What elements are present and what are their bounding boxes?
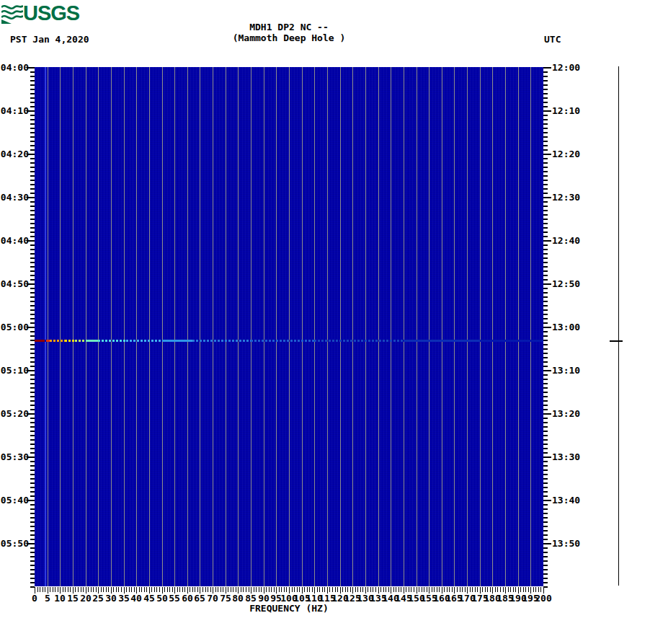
time-tick [543, 370, 551, 371]
frequency-tick [399, 587, 399, 592]
time-tick [543, 288, 548, 289]
frequency-tick [146, 587, 147, 592]
time-tick [30, 266, 35, 268]
frequency-tick [525, 587, 526, 592]
time-tick [543, 110, 551, 112]
frequency-tick [205, 587, 206, 592]
frequency-tick [462, 587, 463, 592]
gridline [111, 67, 112, 586]
time-tick [543, 132, 548, 133]
time-tick [30, 435, 35, 436]
time-tick [543, 418, 548, 419]
frequency-tick [246, 587, 246, 592]
time-tick [543, 539, 548, 540]
time-tick [30, 452, 35, 454]
frequency-tick [523, 587, 524, 592]
time-tick [543, 236, 548, 237]
frequency-tick [520, 587, 521, 592]
time-tick [543, 556, 548, 557]
gridline [365, 67, 366, 586]
time-tick [30, 565, 35, 566]
time-tick [543, 249, 548, 250]
time-tick [30, 249, 35, 250]
time-tick [543, 162, 548, 164]
left-time-label: 05:10 [0, 365, 29, 376]
frequency-tick [452, 587, 453, 592]
frequency-tick [231, 587, 231, 592]
time-tick [543, 552, 548, 553]
time-tick [30, 253, 35, 255]
frequency-tick [362, 587, 363, 592]
time-tick [543, 210, 548, 211]
event-segment [251, 340, 314, 342]
frequency-tick [465, 587, 466, 592]
time-tick [543, 543, 551, 544]
time-tick [543, 374, 548, 376]
frequency-tick [432, 587, 432, 592]
left-time-label: 05:30 [0, 451, 29, 462]
time-tick [543, 456, 551, 458]
time-tick [30, 201, 35, 203]
gridline [238, 67, 239, 586]
frequency-tick [179, 587, 180, 592]
time-tick [543, 508, 548, 510]
time-tick [543, 409, 548, 410]
time-tick [543, 396, 548, 397]
time-tick [30, 374, 35, 376]
frequency-tick [312, 587, 313, 592]
time-tick [543, 353, 548, 354]
frequency-tick-label: 200 [535, 593, 551, 604]
frequency-tick-label: 55 [169, 593, 180, 604]
frequency-tick [528, 587, 529, 592]
frequency-tick [357, 587, 358, 592]
time-tick [543, 392, 548, 393]
left-time-label: 05:20 [0, 408, 29, 419]
time-tick [543, 478, 548, 480]
frequency-tick [249, 587, 249, 592]
time-tick [543, 145, 548, 146]
frequency-tick [88, 587, 89, 592]
frequency-tick [513, 587, 514, 592]
time-tick [543, 262, 548, 263]
time-tick [30, 461, 35, 462]
frequency-tick [292, 587, 293, 592]
time-tick [30, 180, 35, 181]
frequency-tick [309, 587, 310, 592]
time-tick [30, 366, 35, 367]
time-tick [543, 526, 548, 527]
time-tick [543, 560, 548, 562]
frequency-tick [93, 587, 94, 592]
frequency-tick [444, 587, 445, 592]
right-time-label: 12:30 [552, 192, 580, 203]
left-time-label: 04:20 [0, 149, 29, 159]
time-tick [543, 322, 548, 324]
frequency-tick [380, 587, 381, 592]
gridline [314, 67, 315, 586]
event-segment [86, 340, 99, 342]
time-tick [30, 219, 35, 220]
time-tick [30, 521, 35, 523]
time-tick [543, 573, 548, 575]
time-tick [543, 495, 548, 497]
time-tick [543, 335, 548, 337]
gridline [530, 67, 531, 586]
frequency-tick [533, 587, 534, 592]
time-tick [30, 102, 35, 103]
gridline [391, 67, 391, 586]
time-tick [543, 84, 548, 86]
gridline [264, 67, 264, 586]
frequency-tick-label: 60 [182, 593, 193, 604]
spectrogram-page: USGS PST Jan 4,2020 MDH1 DP2 NC -- (Mamm… [0, 0, 650, 644]
right-time-label: 13:40 [552, 495, 580, 506]
frequency-tick-label: 45 [143, 593, 155, 604]
time-tick [543, 318, 548, 319]
event-time-marker-tick [610, 340, 623, 342]
usgs-logo-text: USGS [23, 2, 79, 24]
frequency-tick [106, 587, 107, 592]
time-tick [543, 465, 548, 467]
time-tick [30, 396, 35, 397]
time-tick [543, 331, 548, 332]
time-tick [30, 348, 35, 350]
frequency-tick [383, 587, 384, 592]
time-tick [30, 210, 35, 211]
